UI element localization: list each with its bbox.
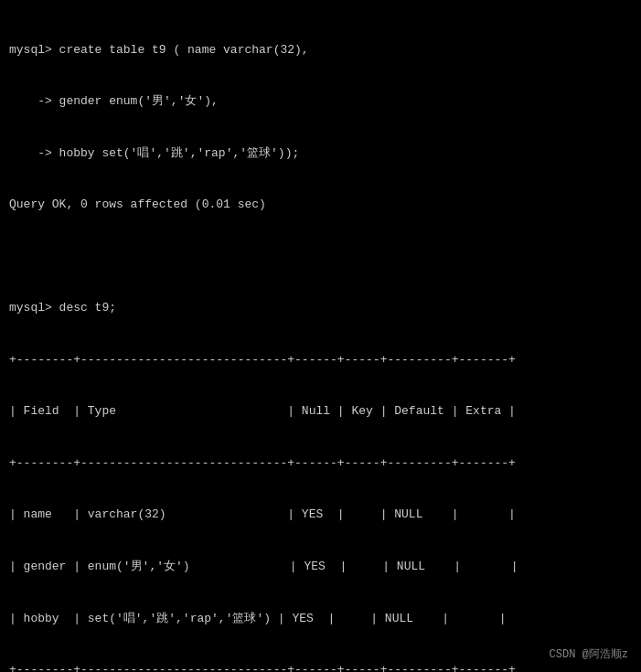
- line-13: +--------+-----------------------------+…: [9, 662, 632, 672]
- line-5: [9, 249, 632, 266]
- line-11: | gender | enum('男','女') | YES | | NULL …: [9, 559, 632, 576]
- line-2: -> gender enum('男','女'),: [9, 93, 632, 111]
- line-8: | Field | Type | Null | Key | Default | …: [9, 403, 632, 421]
- line-9: +--------+-----------------------------+…: [9, 455, 632, 473]
- line-4: Query OK, 0 rows affected (0.01 sec): [9, 197, 632, 214]
- line-10: | name | varchar(32) | YES | | NULL | |: [9, 507, 632, 524]
- line-3: -> hobby set('唱','跳','rap','篮球'));: [9, 145, 632, 163]
- line-6: mysql> desc t9;: [9, 300, 632, 317]
- line-12: | hobby | set('唱','跳','rap','篮球') | YES …: [9, 611, 632, 628]
- watermark: CSDN @阿浩顺z: [550, 647, 628, 663]
- line-7: +--------+-----------------------------+…: [9, 352, 632, 369]
- terminal-window: mysql> create table t9 ( name varchar(32…: [9, 7, 632, 672]
- line-1: mysql> create table t9 ( name varchar(32…: [9, 42, 632, 59]
